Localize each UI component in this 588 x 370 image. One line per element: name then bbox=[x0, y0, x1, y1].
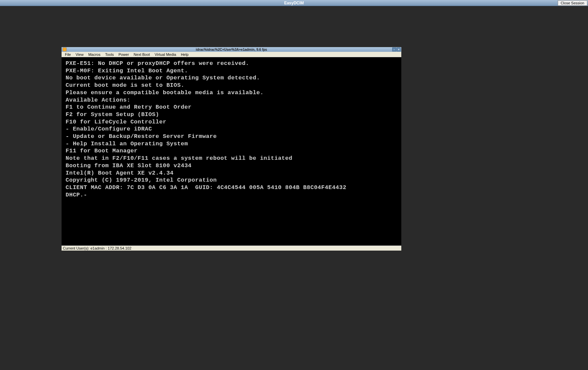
console-line: PXE-E51: No DHCP or proxyDHCP offers wer… bbox=[66, 60, 397, 67]
console-line: DHCP.- bbox=[66, 191, 397, 199]
console-line: Available Actions: bbox=[66, 97, 397, 104]
menu-power[interactable]: Power bbox=[116, 52, 131, 57]
java-icon bbox=[63, 47, 67, 51]
console-line: CLIENT MAC ADDR: 7C D3 0A C6 3A 1A GUID:… bbox=[66, 184, 397, 191]
console-line: Intel(R) Boot Agent XE v2.4.34 bbox=[66, 170, 397, 177]
menu-virtual-media[interactable]: Virtual Media bbox=[153, 52, 178, 57]
idrac-console-window: idrac%idrac%2C+User%3A+e1admin, 9.6 fps … bbox=[62, 47, 401, 251]
menu-next-boot[interactable]: Next Boot bbox=[132, 52, 152, 57]
console-line: - Enable/Configure iDRAC bbox=[66, 125, 397, 133]
menu-file[interactable]: File bbox=[63, 52, 73, 57]
console-line: PXE-M0F: Exiting Intel Boot Agent. bbox=[66, 67, 397, 75]
menu-help[interactable]: Help bbox=[179, 52, 191, 57]
menu-macros[interactable]: Macros bbox=[86, 52, 102, 57]
close-button[interactable]: ✕ bbox=[397, 47, 401, 51]
minimize-button[interactable]: − bbox=[392, 47, 396, 51]
menu-view[interactable]: View bbox=[74, 52, 86, 57]
window-title: idrac%idrac%2C+User%3A+e1admin, 9.6 fps bbox=[196, 48, 267, 51]
console-line: F11 for Boot Manager bbox=[66, 147, 397, 155]
console-line: Current boot mode is set to BIOS. bbox=[66, 82, 397, 89]
console-line: Please ensure a compatible bootable medi… bbox=[66, 89, 397, 97]
window-titlebar[interactable]: idrac%idrac%2C+User%3A+e1admin, 9.6 fps … bbox=[62, 47, 401, 52]
menubar: File View Macros Tools Power Next Boot V… bbox=[62, 52, 401, 57]
console-line: Booting from IBA XE Slot 8100 v2434 bbox=[66, 162, 397, 170]
menu-tools[interactable]: Tools bbox=[103, 52, 116, 57]
console-line: Copyright (C) 1997-2019, Intel Corporati… bbox=[66, 177, 397, 184]
top-bar: EasyDCIM Close Session bbox=[0, 0, 588, 6]
console-line: F1 to Continue and Retry Boot Order bbox=[66, 104, 397, 111]
console-line: F10 for LifeCycle Controller bbox=[66, 118, 397, 126]
current-users-label: Current User(s): e1admin : 172.28.54.102 bbox=[63, 246, 132, 250]
statusbar: Current User(s): e1admin : 172.28.54.102 bbox=[62, 246, 401, 251]
app-title: EasyDCIM bbox=[284, 1, 304, 5]
console-line: F2 for System Setup (BIOS) bbox=[66, 111, 397, 118]
console-line: Note that in F2/F10/F11 cases a system r… bbox=[66, 155, 397, 162]
window-controls: − ✕ bbox=[392, 47, 401, 51]
close-session-button[interactable]: Close Session bbox=[558, 0, 587, 6]
console-output[interactable]: PXE-E51: No DHCP or proxyDHCP offers wer… bbox=[62, 57, 401, 246]
console-line: No boot device available or Operating Sy… bbox=[66, 74, 397, 82]
console-line: - Update or Backup/Restore Server Firmwa… bbox=[66, 133, 397, 140]
console-line: - Help Install an Operating System bbox=[66, 140, 397, 148]
